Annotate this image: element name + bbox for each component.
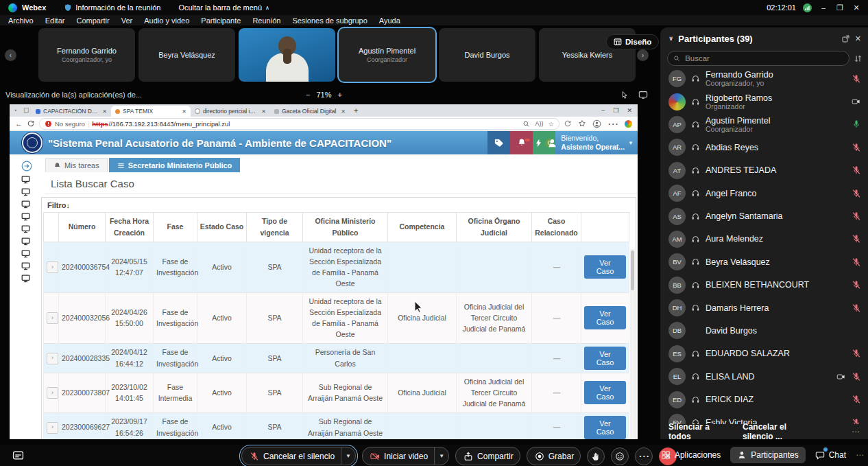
menu-item-archivo[interactable]: Archivo (8, 16, 34, 25)
remote-cursor-icon[interactable] (620, 91, 629, 100)
participant-tile[interactable]: Agustín PimentelCoorganizador (339, 28, 435, 82)
participant-row[interactable]: ASAngelyn Santamaria (660, 205, 868, 227)
mute-all-button[interactable]: Silenciar a todos (668, 422, 725, 439)
reload-icon[interactable] (27, 119, 35, 128)
participant-row[interactable]: BBBLEIXEN BETHANCOURT (660, 274, 868, 296)
expand-row-button[interactable]: › (47, 312, 58, 324)
browser-tab[interactable]: directorio pericial imelcf actualiz✕ (191, 106, 270, 117)
tab-close-icon[interactable]: ✕ (261, 108, 266, 115)
ver-caso-button[interactable]: Ver Caso (584, 381, 626, 404)
participant-tile[interactable]: Fernando GarridoCoorganizador, yo (38, 28, 135, 82)
more-options-button[interactable]: ⋯ (635, 447, 653, 465)
menu-item-editar[interactable]: Editar (45, 16, 65, 25)
toolbar-overflow-icon[interactable]: ⋯ (856, 450, 864, 460)
unmute-all-button[interactable]: Cancelar el silencio ... (743, 422, 816, 439)
participant-row[interactable]: AFAngel Franco (660, 182, 868, 205)
participant-row[interactable]: ATANDRES TEJADA (660, 159, 868, 182)
share-button[interactable]: Compartir (455, 447, 520, 465)
read-aloud-icon[interactable]: A)) (535, 120, 543, 127)
shared-screen-icon[interactable] (638, 91, 648, 100)
participants-more-icon[interactable]: ⋯ (852, 427, 860, 436)
participant-row[interactable]: Rigoberto RamosOrganizador (660, 90, 868, 113)
ver-caso-button[interactable]: Ver Caso (584, 306, 626, 329)
menu-item-compartir[interactable]: Compartir (76, 16, 109, 25)
restore-window-button[interactable]: ❐ (835, 3, 845, 12)
filter-toggle[interactable]: Filtro↓ (42, 198, 636, 212)
new-tab-button[interactable]: + (354, 106, 358, 115)
menu-item-sesiones-de-subgrupo[interactable]: Sesiones de subgrupo (292, 16, 367, 25)
popout-panel-icon[interactable] (841, 34, 850, 43)
ver-caso-button[interactable]: Ver Caso (584, 255, 626, 279)
audio-options-chevron[interactable]: ▼ (341, 447, 355, 465)
close-window-button[interactable]: ✕ (852, 3, 861, 12)
expand-row-button[interactable]: › (47, 261, 58, 273)
minimize-window-button[interactable]: – (819, 3, 828, 12)
participant-row[interactable]: FGFernando GarridoCoorganizador, yo (660, 67, 868, 90)
collapse-menu-icon[interactable] (21, 161, 32, 172)
browser-tab[interactable]: Gaceta Oficial Digital✕ (270, 106, 350, 117)
zoom-page-icon[interactable] (522, 120, 530, 128)
app-tab-mis-tareas[interactable]: Mis tareas (45, 158, 108, 172)
table-scrollbar[interactable] (630, 249, 635, 439)
start-video-button[interactable]: Iniciar video ▼ (362, 447, 449, 465)
app-tab-secretario-ministerio-p-blico[interactable]: Secretario Ministerio Público (109, 158, 241, 172)
browser-close-button[interactable]: ✕ (627, 107, 632, 114)
panel-collapse-icon[interactable]: ∨ (668, 35, 673, 42)
menu-item-reuni-n[interactable]: Reunión (252, 16, 280, 25)
user-menu[interactable]: Bienvenido, Asistente Operat... ▼ (547, 131, 634, 154)
video-options-chevron[interactable]: ▼ (434, 447, 448, 465)
participant-row[interactable]: ELELISA LAND (660, 365, 868, 388)
filmstrip-next-button[interactable]: › (637, 49, 649, 61)
participant-row[interactable]: APAgustín PimentelCoorganizador (660, 113, 868, 136)
back-icon[interactable]: ← (15, 119, 23, 128)
menu-item-participante[interactable]: Participante (201, 16, 241, 25)
chat-button[interactable]: Chat (815, 447, 846, 463)
unmute-button[interactable]: Cancelar el silencio ▼ (241, 447, 356, 465)
address-bar[interactable]: No seguro | https //186.73.192.213:8443/… (39, 118, 559, 130)
apps-button[interactable]: Aplicaciones (661, 447, 721, 463)
reactions-button[interactable] (611, 447, 629, 465)
participant-tile[interactable]: David Burgos (439, 28, 535, 82)
participant-tile[interactable]: Beyra Velásquez (138, 28, 235, 82)
tab-close-icon[interactable]: ✕ (341, 108, 346, 115)
participant-row[interactable]: BVBeyra Velásquez (660, 251, 868, 273)
participant-row[interactable]: ARAbdias Reyes (660, 136, 868, 159)
expand-row-button[interactable]: › (47, 387, 58, 399)
participant-row[interactable]: EDERICK DIAZ (660, 388, 868, 410)
tab-close-icon[interactable]: ✕ (182, 108, 186, 115)
participant-row[interactable]: DHDamaris Herrera (660, 296, 868, 319)
menu-item-audio-y-video[interactable]: Audio y video (144, 16, 189, 25)
tab-activity-icon[interactable]: ◔ (10, 107, 21, 114)
participants-search[interactable] (667, 51, 849, 66)
zoom-out-button[interactable]: − (306, 91, 310, 99)
layout-button[interactable]: Diseño (606, 34, 659, 49)
browser-tab[interactable]: SPA TEMIX✕ (111, 106, 191, 117)
browser-profile-icon[interactable] (592, 119, 601, 128)
favorites-bar-icon[interactable] (578, 119, 586, 128)
ver-caso-button[interactable]: Ver Caso (584, 416, 626, 439)
expand-row-button[interactable]: › (47, 422, 58, 434)
participant-row[interactable]: ESEDUARDO SALAZAR (660, 342, 868, 365)
copilot-icon[interactable] (625, 120, 632, 128)
filmstrip-prev-button[interactable]: ‹ (5, 49, 16, 61)
browser-tab[interactable]: CAPACITACIÓN DE ASISTENTES C✕ (32, 106, 111, 117)
ver-caso-button[interactable]: Ver Caso (584, 347, 626, 370)
expand-row-button[interactable]: › (47, 353, 58, 364)
sort-participants-icon[interactable] (854, 54, 863, 63)
tags-button[interactable] (487, 131, 510, 154)
search-input[interactable] (684, 54, 843, 63)
tab-close-icon[interactable]: ✕ (102, 108, 107, 115)
participant-row[interactable]: DBDavid Burgos (660, 319, 868, 342)
captions-icon[interactable] (12, 450, 24, 460)
browser-minimize-button[interactable]: – (601, 107, 605, 114)
raise-hand-button[interactable] (587, 447, 605, 465)
tab-actions-icon[interactable]: ☐ (21, 107, 32, 114)
participant-row[interactable]: AMAura Melendez (660, 228, 868, 251)
menu-item-ver[interactable]: Ver (121, 16, 133, 25)
collections-icon[interactable] (564, 119, 572, 128)
zoom-in-button[interactable]: + (337, 91, 341, 99)
favorite-star-icon[interactable]: ☆ (548, 120, 554, 128)
browser-restore-button[interactable]: ❐ (613, 107, 618, 114)
record-button[interactable]: Grabar (527, 447, 581, 465)
participants-button[interactable]: Participantes (730, 447, 805, 463)
